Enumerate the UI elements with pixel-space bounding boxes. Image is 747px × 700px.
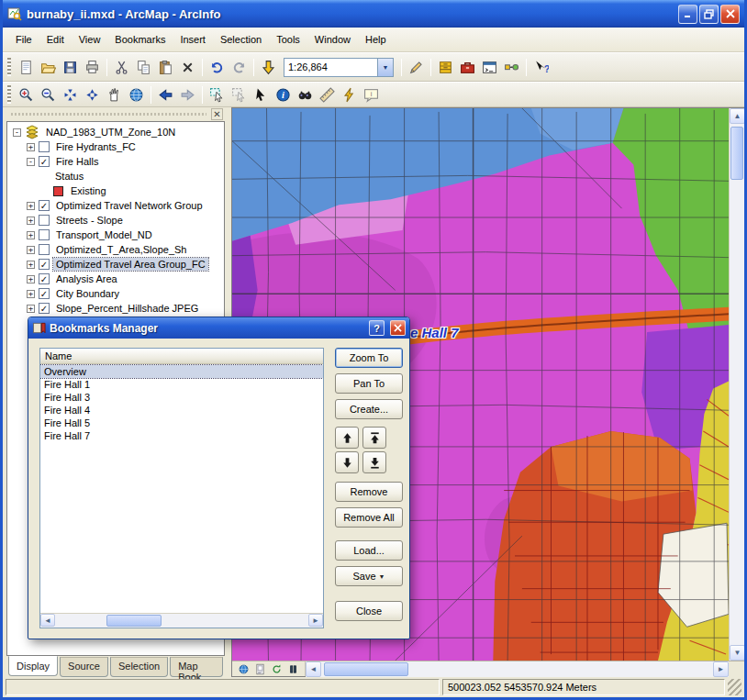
layer-checkbox[interactable]: ✓ <box>39 273 50 284</box>
cut-button[interactable] <box>111 57 132 78</box>
collapse-icon[interactable]: - <box>13 128 21 137</box>
remove-all-button[interactable]: Remove All <box>335 507 403 528</box>
pan-to-button[interactable]: Pan To <box>335 373 403 394</box>
expand-icon[interactable]: + <box>27 305 35 313</box>
copy-button[interactable] <box>133 57 154 78</box>
toc-item[interactable]: Status <box>9 169 224 183</box>
print-button[interactable] <box>82 57 103 78</box>
toc-item[interactable]: +Streets - Slope <box>9 213 224 228</box>
whats-this-button[interactable]: ? <box>530 57 552 78</box>
layer-label[interactable]: Optimized Travel Area Group_FC <box>53 258 208 271</box>
minimize-button[interactable] <box>678 5 697 24</box>
dialog-title-bar[interactable]: Bookmarks Manager ? <box>28 317 409 339</box>
measure-button[interactable] <box>317 84 338 106</box>
toc-item[interactable]: +✓Optimized Travel Area Group_FC <box>9 257 224 272</box>
toc-grip[interactable] <box>11 113 206 116</box>
layer-label[interactable]: Transport_Model_ND <box>53 228 155 241</box>
list-column-name[interactable]: Name <box>40 349 323 364</box>
toc-item[interactable]: +Fire Hydrants_FC <box>9 139 224 154</box>
layer-label[interactable]: Existing <box>68 184 109 197</box>
list-scroll-left-icon[interactable]: ◄ <box>40 614 55 627</box>
scroll-up-icon[interactable]: ▲ <box>730 108 745 124</box>
combo-dropdown-icon[interactable]: ▼ <box>377 59 393 76</box>
map-horizontal-scrollbar[interactable]: ◄ ► <box>306 661 729 677</box>
pause-drawing-button[interactable] <box>286 662 300 676</box>
move-top-button[interactable] <box>362 427 386 449</box>
bookmark-row[interactable]: Fire Hall 4 <box>40 404 323 417</box>
menu-selection[interactable]: Selection <box>213 30 269 49</box>
identify-button[interactable]: i <box>273 84 294 106</box>
menu-view[interactable]: View <box>72 30 108 49</box>
redo-button[interactable] <box>229 57 250 78</box>
menu-bookmarks[interactable]: Bookmarks <box>107 30 173 49</box>
pan-button[interactable] <box>104 84 125 106</box>
expand-icon[interactable]: + <box>27 290 35 298</box>
refresh-view-button[interactable] <box>270 662 284 676</box>
layer-checkbox[interactable] <box>39 141 50 152</box>
layer-label[interactable]: Streets - Slope <box>53 214 126 227</box>
layer-label[interactable]: Status <box>52 170 86 183</box>
toc-item[interactable]: +Optimized_T_Area,Slope_Sh <box>9 242 224 257</box>
bookmark-row[interactable]: Fire Hall 3 <box>40 391 323 404</box>
back-button[interactable] <box>155 84 176 106</box>
add-data-button[interactable] <box>258 57 279 78</box>
dialog-help-button[interactable]: ? <box>369 320 385 336</box>
zoom-to-button[interactable]: Zoom To <box>335 348 403 368</box>
delete-button[interactable] <box>177 57 198 78</box>
fixed-zoom-out-button[interactable] <box>82 84 103 106</box>
title-bar[interactable]: burnaby_ii.mxd - ArcMap - ArcInfo <box>3 0 744 28</box>
map-vertical-scrollbar[interactable]: ▲ ▼ <box>729 108 744 661</box>
toc-item[interactable]: +✓Slope_Percent_Hillshade JPEG <box>9 301 224 316</box>
scale-combo[interactable]: ▼ <box>284 58 394 77</box>
menu-help[interactable]: Help <box>358 30 394 49</box>
toc-item[interactable]: -NAD_1983_UTM_Zone_10N <box>9 125 224 139</box>
toc-item[interactable]: +✓Analysis Area <box>9 272 224 286</box>
layer-checkbox[interactable] <box>39 215 50 226</box>
expand-icon[interactable]: + <box>27 143 35 151</box>
scroll-right-icon[interactable]: ► <box>713 661 729 677</box>
tab-source[interactable]: Source <box>60 657 108 677</box>
layer-label[interactable]: Optimized_T_Area,Slope_Sh <box>53 243 189 256</box>
expand-icon[interactable]: + <box>27 246 35 254</box>
modelbuilder-button[interactable] <box>501 57 522 78</box>
move-up-button[interactable] <box>335 427 359 449</box>
scroll-down-icon[interactable]: ▼ <box>730 645 745 661</box>
menu-window[interactable]: Window <box>307 30 358 49</box>
layer-checkbox[interactable]: ✓ <box>39 156 50 167</box>
create-button[interactable]: Create... <box>335 399 403 419</box>
html-popup-button[interactable]: i <box>361 84 382 106</box>
toc-item[interactable]: +✓City Boundary <box>9 286 224 301</box>
layer-label[interactable]: Fire Halls <box>53 155 101 168</box>
expand-icon[interactable]: + <box>27 217 35 225</box>
bookmark-row[interactable]: Fire Hall 5 <box>40 417 323 429</box>
list-scroll-thumb[interactable] <box>106 615 162 627</box>
toc-item[interactable]: Existing <box>9 183 224 198</box>
toc-header[interactable]: ✕ <box>6 107 225 121</box>
vertical-scroll-thumb[interactable] <box>730 127 743 180</box>
tab-selection[interactable]: Selection <box>110 657 168 677</box>
editor-pencil-button[interactable] <box>406 57 427 78</box>
toc-close-icon[interactable]: ✕ <box>211 108 223 120</box>
bookmark-row[interactable]: Overview <box>40 365 323 378</box>
menu-file[interactable]: File <box>8 30 39 49</box>
select-elements-button[interactable] <box>251 84 272 106</box>
scroll-left-icon[interactable]: ◄ <box>306 661 321 677</box>
collapse-icon[interactable]: - <box>27 158 35 166</box>
arccatalog-button[interactable] <box>435 57 456 78</box>
full-extent-button[interactable] <box>126 84 147 106</box>
list-horizontal-scrollbar[interactable]: ◄ ► <box>40 613 323 628</box>
list-scroll-right-icon[interactable]: ► <box>308 614 323 627</box>
close-button[interactable] <box>720 5 740 24</box>
open-folder-button[interactable] <box>38 57 59 78</box>
arctoolbox-button[interactable] <box>457 57 478 78</box>
horizontal-scroll-thumb[interactable] <box>324 662 408 676</box>
expand-icon[interactable]: + <box>27 231 35 239</box>
zoom-in-button[interactable] <box>16 84 37 106</box>
toc-item[interactable]: +Transport_Model_ND <box>9 228 224 242</box>
layer-checkbox[interactable]: ✓ <box>39 288 50 299</box>
fixed-zoom-in-button[interactable] <box>60 84 81 106</box>
toc-item[interactable]: +✓Optimized Travel Network Group <box>9 198 224 213</box>
clear-selection-button[interactable] <box>229 84 250 106</box>
menu-insert[interactable]: Insert <box>173 30 213 49</box>
bookmark-row[interactable]: Fire Hall 7 <box>40 429 323 442</box>
